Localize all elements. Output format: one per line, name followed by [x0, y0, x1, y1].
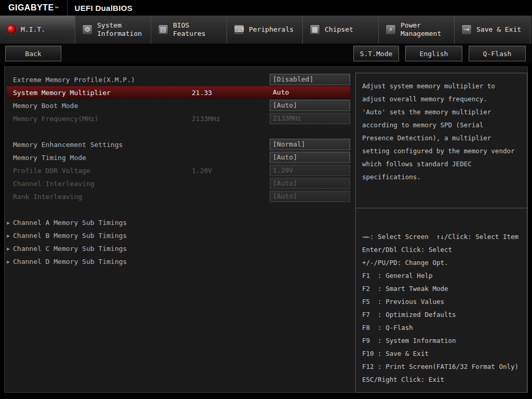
setting-value-wrap: [Auto]: [270, 100, 350, 111]
setting-value-box[interactable]: Auto: [270, 87, 350, 98]
tab-label: Save & Exit: [476, 25, 521, 34]
shortcut-line: Enter/Dbl Click: Select: [362, 243, 527, 256]
submenu-arrow-icon: ▶: [7, 229, 10, 242]
setting-value-box[interactable]: [Normal]: [270, 139, 350, 150]
setting-value-wrap: 1.20V: [270, 165, 350, 176]
setting-label: Profile DDR Voltage: [13, 167, 90, 175]
shortcut-line: F5 : Previous Values: [362, 295, 527, 308]
setting-label: Rank Interleaving: [13, 193, 82, 201]
save-exit-icon: →: [461, 24, 472, 35]
setting-row-profile-ddr-voltage[interactable]: Profile DDR Voltage1.20V1.20V: [7, 164, 350, 177]
tab-label: System Information: [97, 21, 147, 38]
tab-label: Peripherals: [249, 25, 294, 34]
setting-label: Memory Frequency(MHz): [13, 115, 98, 123]
shortcut-line: F9 : System Information: [362, 334, 527, 347]
shortcut-line: F2 : Smart Tweak Mode: [362, 282, 527, 295]
tab-bar: M.I.T.⚙System Information▤BIOS Features⌨…: [0, 16, 532, 44]
side-panel: Adjust system memory multiplier to adjus…: [355, 73, 527, 393]
setting-value-box[interactable]: [Auto]: [270, 152, 350, 163]
setting-value-box[interactable]: [Disabled]: [270, 74, 350, 85]
settings-list: Extreme Memory Profile(X.M.P.)[Disabled]…: [7, 73, 350, 268]
trademark-symbol: ™: [55, 6, 59, 10]
tab-peripherals[interactable]: ⌨Peripherals: [227, 16, 303, 44]
chipset-icon: ▦: [310, 24, 320, 35]
shortcut-line: F10 : Save & Exit: [362, 347, 527, 360]
language-button[interactable]: English: [405, 46, 462, 61]
tab-save-exit[interactable]: →Save & Exit: [455, 16, 530, 44]
setting-row-memory-enhancement-settings[interactable]: Memory Enhancement Settings[Normal]: [7, 138, 350, 151]
submenu-arrow-icon: ▶: [7, 242, 10, 255]
setting-value-box[interactable]: [Auto]: [270, 100, 350, 111]
shortcut-line: +/-/PU/PD: Change Opt.: [362, 256, 527, 269]
shortcut-list: →←: Select Screen ↑↓/Click: Select ItemE…: [356, 208, 527, 386]
shortcut-line: F1 : General Help: [362, 269, 527, 282]
gigabyte-logo: GIGABYTE: [8, 3, 54, 12]
setting-row-extreme-memory-profile-x-m-p[interactable]: Extreme Memory Profile(X.M.P.)[Disabled]: [7, 73, 350, 86]
toolbar-right-group: S.T.Mode English Q-Flash: [353, 46, 526, 61]
setting-label: Memory Timing Mode: [13, 154, 86, 162]
shortcut-line: F8 : Q-Flash: [362, 321, 527, 334]
setting-label: Channel D Memory Sub Timings: [13, 258, 127, 265]
st-mode-button[interactable]: S.T.Mode: [353, 46, 399, 61]
row-spacer: [7, 203, 350, 216]
setting-row-memory-timing-mode[interactable]: Memory Timing Mode[Auto]: [7, 151, 350, 164]
main-panel: Extreme Memory Profile(X.M.P.)[Disabled]…: [4, 66, 528, 393]
tab-chipset[interactable]: ▦Chipset: [303, 16, 379, 44]
tab-label: M.I.T.: [21, 25, 45, 34]
setting-value-box[interactable]: 2133MHz: [270, 113, 350, 124]
submenu-arrow-icon: ▶: [7, 255, 10, 268]
setting-label: Extreme Memory Profile(X.M.P.): [13, 76, 135, 84]
tab-power-management[interactable]: ⚡Power Management: [379, 16, 455, 44]
setting-label: System Memory Multiplier: [13, 89, 111, 97]
setting-value-box[interactable]: [Auto]: [270, 178, 350, 189]
setting-value-wrap: [Normal]: [270, 139, 350, 150]
setting-current-value: 21.33: [192, 86, 212, 99]
top-bar: GIGABYTE ™ UEFI DualBIOS: [0, 0, 532, 16]
setting-label: Memory Boot Mode: [13, 102, 78, 110]
help-text: Adjust system memory multiplier to adjus…: [356, 73, 527, 208]
setting-value-wrap: Auto: [270, 87, 350, 98]
back-button[interactable]: Back: [5, 46, 61, 61]
row-spacer: [7, 125, 350, 138]
tab-bios-features[interactable]: ▤BIOS Features: [151, 16, 227, 44]
mit-orb-icon: [7, 25, 16, 34]
bios-icon: ▤: [158, 24, 168, 35]
submenu-row-channel-b-memory-sub-timings[interactable]: ▶Channel B Memory Sub Timings: [7, 229, 350, 242]
setting-row-rank-interleaving[interactable]: Rank Interleaving[Auto]: [7, 190, 350, 203]
setting-label: Channel A Memory Sub Timings: [13, 219, 127, 227]
tab-mit[interactable]: M.I.T.: [0, 16, 75, 44]
setting-row-system-memory-multiplier[interactable]: System Memory Multiplier21.33Auto: [7, 86, 350, 99]
setting-row-channel-interleaving[interactable]: Channel Interleaving[Auto]: [7, 177, 350, 190]
submenu-row-channel-d-memory-sub-timings[interactable]: ▶Channel D Memory Sub Timings: [7, 255, 350, 268]
tab-label: Chipset: [325, 25, 353, 34]
power-icon: ⚡: [385, 24, 396, 35]
shortcut-line: F12 : Print Screen(FAT16/32 Format Only): [362, 360, 527, 373]
toolbar: Back S.T.Mode English Q-Flash: [0, 44, 532, 63]
submenu-row-channel-a-memory-sub-timings[interactable]: ▶Channel A Memory Sub Timings: [7, 216, 350, 229]
submenu-arrow-icon: ▶: [7, 216, 10, 229]
setting-label: Channel B Memory Sub Timings: [13, 232, 127, 240]
setting-value-box[interactable]: [Auto]: [270, 191, 350, 202]
shortcut-line: →←: Select Screen ↑↓/Click: Select Item: [362, 230, 527, 243]
setting-current-value: 2133MHz: [192, 112, 220, 125]
gear-icon: ⚙: [82, 24, 92, 35]
shortcut-line: ESC/Right Click: Exit: [362, 373, 527, 386]
setting-value-wrap: 2133MHz: [270, 113, 350, 124]
setting-value-box[interactable]: 1.20V: [270, 165, 350, 176]
shortcut-line: F7 : Optimized Defaults: [362, 308, 527, 321]
submenu-row-channel-c-memory-sub-timings[interactable]: ▶Channel C Memory Sub Timings: [7, 242, 350, 255]
setting-value-wrap: [Auto]: [270, 191, 350, 202]
setting-value-wrap: [Auto]: [270, 152, 350, 163]
topbar-divider: [67, 0, 68, 16]
setting-label: Memory Enhancement Settings: [13, 141, 123, 149]
setting-label: Channel C Memory Sub Timings: [13, 245, 127, 252]
peripherals-icon: ⌨: [234, 24, 244, 35]
setting-value-wrap: [Disabled]: [270, 74, 350, 85]
setting-value-wrap: [Auto]: [270, 178, 350, 189]
tab-system-information[interactable]: ⚙System Information: [75, 16, 151, 44]
tab-label: Power Management: [401, 21, 450, 38]
q-flash-button[interactable]: Q-Flash: [469, 46, 526, 61]
setting-row-memory-frequency-mhz[interactable]: Memory Frequency(MHz)2133MHz2133MHz: [7, 112, 350, 125]
setting-row-memory-boot-mode[interactable]: Memory Boot Mode[Auto]: [7, 99, 350, 112]
page-title: UEFI DualBIOS: [75, 4, 132, 12]
